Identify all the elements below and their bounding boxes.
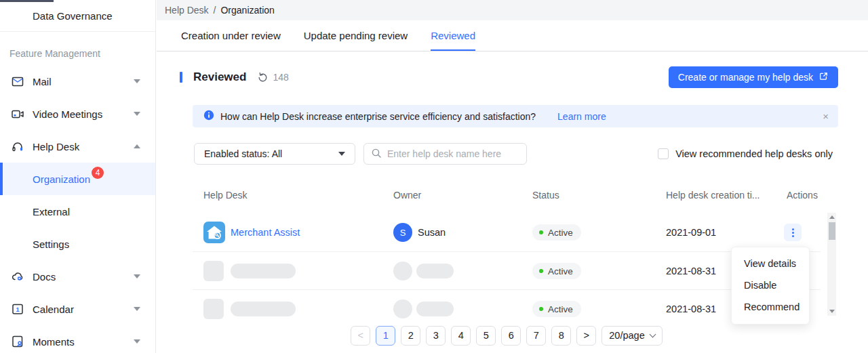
table-row: Active 2021-08-31	[193, 289, 821, 327]
sidebar-item-label: Calendar	[33, 304, 74, 315]
column-created: Help desk creation ti...	[666, 190, 774, 201]
page-title: Reviewed	[193, 70, 246, 84]
sidebar-item-label: Help Desk	[33, 141, 79, 152]
column-owner: Owner	[393, 190, 421, 201]
sidebar-item-organization[interactable]: Organization 4	[0, 163, 155, 195]
helpdesk-search[interactable]	[363, 143, 527, 165]
status-badge: Active	[532, 263, 581, 279]
pagination: < 1 2 3 4 5 6 7 8 > 20/page	[193, 325, 821, 346]
chevron-down-icon	[649, 331, 656, 337]
skeleton-name	[231, 302, 296, 316]
sidebar-item-label: Moments	[33, 336, 75, 348]
headset-icon	[11, 140, 24, 153]
chevron-down-icon[interactable]	[134, 339, 140, 344]
skeleton-owner	[416, 264, 454, 278]
create-manage-helpdesk-button[interactable]: Create or manage my help desk	[669, 66, 838, 88]
page-button-3[interactable]: 3	[426, 326, 446, 346]
row-actions-button[interactable]	[784, 224, 802, 241]
sidebar: Data Governance Feature Management Mail …	[0, 0, 156, 353]
prev-page-button[interactable]: <	[351, 326, 370, 346]
skeleton-avatar	[393, 262, 412, 281]
breadcrumb: Help Desk / Organization	[157, 0, 868, 20]
page-button-5[interactable]: 5	[476, 326, 496, 346]
page-button-2[interactable]: 2	[401, 326, 420, 346]
sidebar-item-help-desk[interactable]: Help Desk	[0, 130, 155, 163]
chevron-up-icon[interactable]	[134, 144, 140, 148]
banner-text: How can Help Desk increase enterprise se…	[220, 111, 536, 122]
breadcrumb-parent[interactable]: Help Desk	[165, 5, 209, 16]
scroll-up-arrow[interactable]	[827, 213, 836, 222]
table-row: Active 2021-08-31	[193, 251, 821, 289]
page-button-4[interactable]: 4	[451, 326, 471, 346]
enabled-status-select[interactable]: Enabled status: All	[194, 143, 355, 165]
scroll-down-arrow[interactable]	[827, 307, 836, 316]
info-banner: How can Help Desk increase enterprise se…	[193, 105, 838, 127]
sidebar-item-moments[interactable]: Moments	[0, 325, 155, 353]
next-page-button[interactable]: >	[576, 326, 596, 346]
skeleton-avatar	[393, 299, 412, 318]
sidebar-item-label: Data Governance	[33, 10, 113, 22]
menu-item-recommend[interactable]: Recommend	[732, 296, 809, 318]
menu-item-view-details[interactable]: View details	[732, 253, 809, 274]
sidebar-item-video-meetings[interactable]: Video Meetings	[0, 98, 155, 130]
chevron-down-icon[interactable]	[134, 112, 140, 116]
helpdesk-name-link[interactable]: Merchant Assist	[231, 227, 300, 238]
chevron-down-icon[interactable]	[134, 79, 140, 83]
breadcrumb-separator: /	[214, 5, 216, 16]
column-actions: Actions	[787, 190, 818, 201]
tab-update-pending-review[interactable]: Update pending review	[304, 20, 408, 51]
status-badge: Active	[532, 301, 581, 317]
main-content: Help Desk / Organization Creation under …	[157, 0, 868, 353]
table-row: Merchant Assist S Susan Active 2021-09-0…	[193, 213, 821, 251]
page-button-6[interactable]: 6	[501, 326, 521, 346]
external-link-icon	[818, 71, 829, 83]
column-status: Status	[532, 190, 559, 201]
tab-reviewed[interactable]: Reviewed	[431, 20, 475, 51]
selected-indicator	[0, 163, 3, 195]
avatar: S	[393, 223, 412, 242]
creation-date: 2021-08-31	[666, 304, 716, 314]
refresh-icon[interactable]	[257, 72, 269, 83]
owner-name: Susan	[418, 227, 446, 238]
sidebar-item-label: Settings	[33, 238, 69, 250]
section-header: Reviewed 148 Create or manage my help de…	[180, 66, 838, 88]
skeleton-app-icon	[203, 261, 224, 281]
page-size-select[interactable]: 20/page	[601, 326, 662, 346]
recommended-only-checkbox-row[interactable]: View recommended help desks only	[658, 143, 833, 165]
page-button-1[interactable]: 1	[376, 326, 395, 346]
calendar-icon: 1	[11, 302, 24, 316]
checkbox[interactable]	[658, 148, 669, 159]
status-badge: Active	[532, 224, 581, 241]
sidebar-item-label: Video Meetings	[33, 108, 102, 120]
window-top-strip	[0, 0, 54, 2]
sidebar-item-mail[interactable]: Mail	[0, 65, 155, 98]
row-actions-menu: View details Disable Recommend	[731, 247, 810, 325]
sidebar-item-data-governance[interactable]: Data Governance	[0, 0, 155, 32]
info-icon	[203, 110, 214, 123]
scrollbar-thumb[interactable]	[829, 222, 835, 240]
skeleton-owner	[416, 302, 454, 316]
moments-icon	[11, 335, 24, 348]
record-count: 148	[273, 72, 288, 83]
chevron-down-icon[interactable]	[134, 274, 140, 278]
close-icon[interactable]: ×	[823, 111, 829, 121]
page-button-7[interactable]: 7	[526, 326, 546, 346]
page-button-8[interactable]: 8	[551, 326, 571, 346]
column-help-desk: Help Desk	[203, 190, 248, 201]
search-input[interactable]	[387, 148, 519, 159]
sidebar-item-docs[interactable]: Docs	[0, 260, 155, 293]
sidebar-item-label: External	[33, 206, 70, 217]
sidebar-item-calendar[interactable]: 1 Calendar	[0, 293, 155, 325]
learn-more-link[interactable]: Learn more	[557, 111, 606, 122]
sidebar-item-external[interactable]: External	[0, 195, 155, 228]
notification-badge: 4	[92, 167, 104, 179]
sidebar-item-label: Organization	[33, 173, 90, 185]
table-scrollbar[interactable]	[827, 213, 836, 316]
svg-text:1: 1	[16, 306, 19, 313]
sidebar-item-settings[interactable]: Settings	[0, 228, 155, 260]
status-dot	[539, 307, 543, 311]
menu-item-disable[interactable]: Disable	[732, 274, 809, 296]
tab-creation-under-review[interactable]: Creation under review	[181, 20, 281, 51]
chevron-down-icon[interactable]	[134, 307, 140, 311]
skeleton-app-icon	[203, 299, 224, 319]
